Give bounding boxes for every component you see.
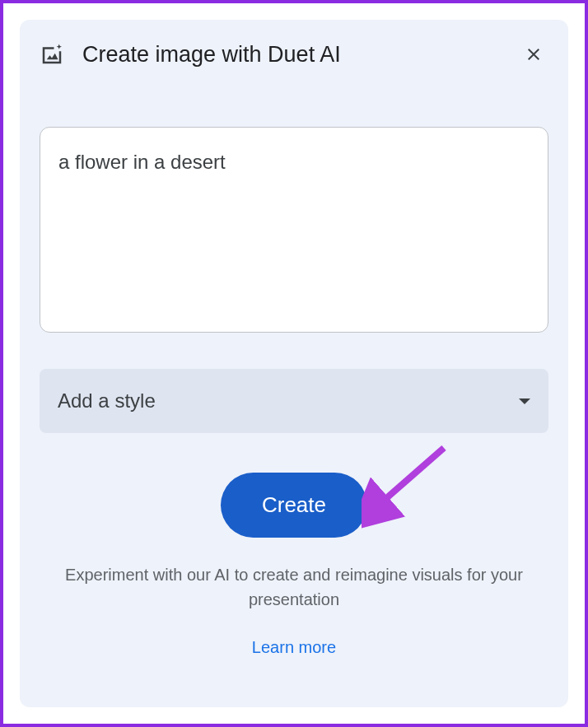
duet-ai-panel: Create image with Duet AI Add a style Cr…: [20, 20, 568, 707]
panel-title: Create image with Duet AI: [82, 42, 501, 68]
close-icon: [524, 44, 544, 64]
style-dropdown[interactable]: Add a style: [40, 369, 548, 433]
learn-more-link[interactable]: Learn more: [252, 638, 336, 656]
chevron-down-icon: [519, 398, 530, 404]
image-sparkle-icon: [40, 42, 64, 67]
panel-header: Create image with Duet AI: [40, 36, 548, 79]
close-button[interactable]: [519, 40, 548, 69]
prompt-input[interactable]: [40, 127, 548, 333]
annotation-frame: Create image with Duet AI Add a style Cr…: [0, 0, 588, 727]
create-button-wrapper: Create: [40, 473, 548, 538]
info-text: Experiment with our AI to create and rei…: [40, 562, 548, 612]
learn-more-wrapper: Learn more: [40, 638, 548, 657]
create-button[interactable]: Create: [221, 473, 367, 538]
style-dropdown-label: Add a style: [58, 389, 156, 412]
